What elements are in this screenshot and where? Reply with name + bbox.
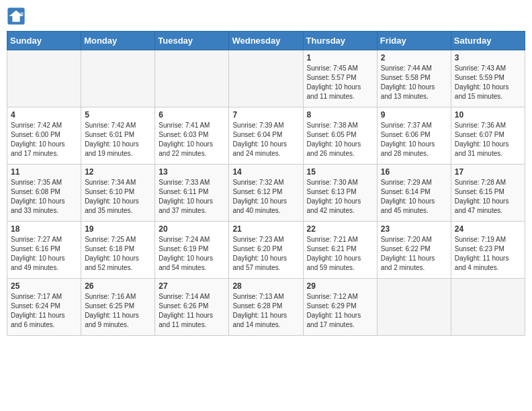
header-col-monday: Monday xyxy=(81,32,155,50)
week-row-1: 1Sunrise: 7:45 AM Sunset: 5:57 PM Daylig… xyxy=(7,50,525,107)
header-col-wednesday: Wednesday xyxy=(229,32,303,50)
day-number: 11 xyxy=(11,167,77,177)
day-info: Sunrise: 7:37 AM Sunset: 6:06 PM Dayligh… xyxy=(381,121,447,158)
calendar-cell: 5Sunrise: 7:42 AM Sunset: 6:01 PM Daylig… xyxy=(81,107,155,165)
day-info: Sunrise: 7:14 AM Sunset: 6:26 PM Dayligh… xyxy=(159,292,225,330)
calendar-cell: 1Sunrise: 7:45 AM Sunset: 5:57 PM Daylig… xyxy=(303,50,377,107)
calendar-cell: 15Sunrise: 7:30 AM Sunset: 6:13 PM Dayli… xyxy=(303,165,377,222)
day-info: Sunrise: 7:27 AM Sunset: 6:16 PM Dayligh… xyxy=(11,235,77,273)
day-info: Sunrise: 7:20 AM Sunset: 6:22 PM Dayligh… xyxy=(381,235,447,273)
day-info: Sunrise: 7:21 AM Sunset: 6:21 PM Dayligh… xyxy=(307,235,373,273)
day-info: Sunrise: 7:36 AM Sunset: 6:07 PM Dayligh… xyxy=(455,121,521,158)
calendar-cell xyxy=(377,279,451,336)
day-info: Sunrise: 7:42 AM Sunset: 6:01 PM Dayligh… xyxy=(85,121,151,158)
day-number: 17 xyxy=(455,167,521,177)
calendar-cell: 16Sunrise: 7:29 AM Sunset: 6:14 PM Dayli… xyxy=(377,165,451,222)
header-col-saturday: Saturday xyxy=(451,32,525,50)
calendar-cell xyxy=(229,50,303,107)
day-number: 5 xyxy=(85,110,151,120)
day-number: 26 xyxy=(85,281,151,291)
day-number: 20 xyxy=(159,224,225,234)
calendar-cell: 25Sunrise: 7:17 AM Sunset: 6:24 PM Dayli… xyxy=(7,279,81,336)
header-col-thursday: Thursday xyxy=(303,32,377,50)
calendar-cell: 28Sunrise: 7:13 AM Sunset: 6:28 PM Dayli… xyxy=(229,279,303,336)
day-number: 22 xyxy=(307,224,373,234)
calendar-cell xyxy=(451,279,525,336)
header-col-friday: Friday xyxy=(377,32,451,50)
calendar-cell: 23Sunrise: 7:20 AM Sunset: 6:22 PM Dayli… xyxy=(377,222,451,279)
day-number: 10 xyxy=(455,110,521,120)
calendar-cell: 18Sunrise: 7:27 AM Sunset: 6:16 PM Dayli… xyxy=(7,222,81,279)
calendar-cell xyxy=(81,50,155,107)
calendar-cell: 4Sunrise: 7:42 AM Sunset: 6:00 PM Daylig… xyxy=(7,107,81,165)
logo-icon xyxy=(7,7,26,26)
day-info: Sunrise: 7:28 AM Sunset: 6:15 PM Dayligh… xyxy=(455,178,521,216)
day-number: 9 xyxy=(381,110,447,120)
calendar-cell xyxy=(155,50,229,107)
calendar-cell: 3Sunrise: 7:43 AM Sunset: 5:59 PM Daylig… xyxy=(451,50,525,107)
day-number: 21 xyxy=(232,224,299,234)
week-row-5: 25Sunrise: 7:17 AM Sunset: 6:24 PM Dayli… xyxy=(7,279,525,336)
day-info: Sunrise: 7:43 AM Sunset: 5:59 PM Dayligh… xyxy=(455,64,521,101)
day-info: Sunrise: 7:34 AM Sunset: 6:10 PM Dayligh… xyxy=(85,178,151,216)
day-number: 6 xyxy=(159,110,225,120)
header-row: SundayMondayTuesdayWednesdayThursdayFrid… xyxy=(7,32,525,50)
day-number: 18 xyxy=(11,224,77,234)
day-info: Sunrise: 7:13 AM Sunset: 6:28 PM Dayligh… xyxy=(232,292,299,330)
calendar-cell: 11Sunrise: 7:35 AM Sunset: 6:08 PM Dayli… xyxy=(7,165,81,222)
calendar-cell: 24Sunrise: 7:19 AM Sunset: 6:23 PM Dayli… xyxy=(451,222,525,279)
calendar-cell: 29Sunrise: 7:12 AM Sunset: 6:29 PM Dayli… xyxy=(303,279,377,336)
calendar-cell: 12Sunrise: 7:34 AM Sunset: 6:10 PM Dayli… xyxy=(81,165,155,222)
day-info: Sunrise: 7:33 AM Sunset: 6:11 PM Dayligh… xyxy=(159,178,225,216)
calendar-cell: 14Sunrise: 7:32 AM Sunset: 6:12 PM Dayli… xyxy=(229,165,303,222)
day-number: 8 xyxy=(307,110,373,120)
calendar-cell: 17Sunrise: 7:28 AM Sunset: 6:15 PM Dayli… xyxy=(451,165,525,222)
calendar-cell: 19Sunrise: 7:25 AM Sunset: 6:18 PM Dayli… xyxy=(81,222,155,279)
calendar-cell: 9Sunrise: 7:37 AM Sunset: 6:06 PM Daylig… xyxy=(377,107,451,165)
day-info: Sunrise: 7:38 AM Sunset: 6:05 PM Dayligh… xyxy=(307,121,373,158)
day-number: 29 xyxy=(307,281,373,291)
day-number: 3 xyxy=(455,53,521,62)
day-number: 15 xyxy=(307,167,373,177)
day-number: 13 xyxy=(159,167,225,177)
calendar-cell: 26Sunrise: 7:16 AM Sunset: 6:25 PM Dayli… xyxy=(81,279,155,336)
week-row-2: 4Sunrise: 7:42 AM Sunset: 6:00 PM Daylig… xyxy=(7,107,525,165)
day-info: Sunrise: 7:41 AM Sunset: 6:03 PM Dayligh… xyxy=(159,121,225,158)
calendar-cell: 22Sunrise: 7:21 AM Sunset: 6:21 PM Dayli… xyxy=(303,222,377,279)
day-info: Sunrise: 7:39 AM Sunset: 6:04 PM Dayligh… xyxy=(232,121,299,158)
header-col-tuesday: Tuesday xyxy=(155,32,229,50)
week-row-4: 18Sunrise: 7:27 AM Sunset: 6:16 PM Dayli… xyxy=(7,222,525,279)
header-col-sunday: Sunday xyxy=(7,32,81,50)
day-info: Sunrise: 7:45 AM Sunset: 5:57 PM Dayligh… xyxy=(307,64,373,101)
day-number: 1 xyxy=(307,53,373,62)
day-number: 12 xyxy=(85,167,151,177)
day-number: 16 xyxy=(381,167,447,177)
day-info: Sunrise: 7:17 AM Sunset: 6:24 PM Dayligh… xyxy=(11,292,77,330)
day-info: Sunrise: 7:16 AM Sunset: 6:25 PM Dayligh… xyxy=(85,292,151,330)
page-header xyxy=(7,7,525,26)
calendar-cell: 21Sunrise: 7:23 AM Sunset: 6:20 PM Dayli… xyxy=(229,222,303,279)
day-number: 25 xyxy=(11,281,77,291)
day-info: Sunrise: 7:29 AM Sunset: 6:14 PM Dayligh… xyxy=(381,178,447,216)
calendar-cell: 6Sunrise: 7:41 AM Sunset: 6:03 PM Daylig… xyxy=(155,107,229,165)
calendar-cell: 20Sunrise: 7:24 AM Sunset: 6:19 PM Dayli… xyxy=(155,222,229,279)
calendar-cell: 7Sunrise: 7:39 AM Sunset: 6:04 PM Daylig… xyxy=(229,107,303,165)
day-info: Sunrise: 7:19 AM Sunset: 6:23 PM Dayligh… xyxy=(455,235,521,273)
day-info: Sunrise: 7:12 AM Sunset: 6:29 PM Dayligh… xyxy=(307,292,373,330)
calendar-cell: 13Sunrise: 7:33 AM Sunset: 6:11 PM Dayli… xyxy=(155,165,229,222)
calendar-cell: 10Sunrise: 7:36 AM Sunset: 6:07 PM Dayli… xyxy=(451,107,525,165)
week-row-3: 11Sunrise: 7:35 AM Sunset: 6:08 PM Dayli… xyxy=(7,165,525,222)
day-number: 24 xyxy=(455,224,521,234)
day-info: Sunrise: 7:35 AM Sunset: 6:08 PM Dayligh… xyxy=(11,178,77,216)
calendar-header: SundayMondayTuesdayWednesdayThursdayFrid… xyxy=(7,32,525,50)
day-info: Sunrise: 7:24 AM Sunset: 6:19 PM Dayligh… xyxy=(159,235,225,273)
calendar-cell: 2Sunrise: 7:44 AM Sunset: 5:58 PM Daylig… xyxy=(377,50,451,107)
day-number: 2 xyxy=(381,53,447,62)
day-info: Sunrise: 7:44 AM Sunset: 5:58 PM Dayligh… xyxy=(381,64,447,101)
calendar-body: 1Sunrise: 7:45 AM Sunset: 5:57 PM Daylig… xyxy=(7,50,525,336)
day-number: 23 xyxy=(381,224,447,234)
day-info: Sunrise: 7:23 AM Sunset: 6:20 PM Dayligh… xyxy=(232,235,299,273)
day-number: 4 xyxy=(11,110,77,120)
day-info: Sunrise: 7:30 AM Sunset: 6:13 PM Dayligh… xyxy=(307,178,373,216)
calendar-cell: 8Sunrise: 7:38 AM Sunset: 6:05 PM Daylig… xyxy=(303,107,377,165)
